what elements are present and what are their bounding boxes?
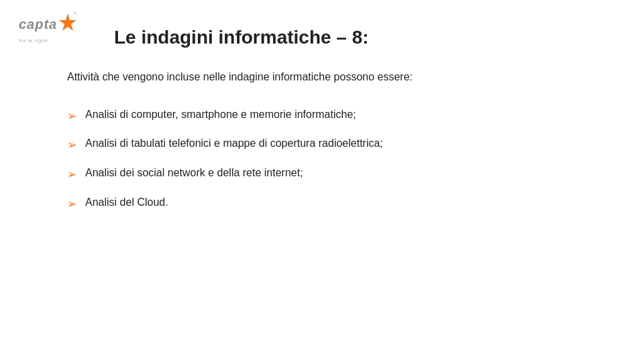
bullet-arrow-icon-4: ➢ <box>67 194 77 214</box>
bullet-text-3: Analisi dei social network e della rete … <box>85 164 604 182</box>
bullet-arrow-icon-3: ➢ <box>67 165 77 184</box>
intro-paragraph: Attività che vengono incluse nelle indag… <box>67 68 604 86</box>
bullet-text-2: Analisi di tabulati telefonici e mappe d… <box>85 135 604 152</box>
logo-text: capta <box>19 17 57 32</box>
svg-text:': ' <box>74 12 76 19</box>
list-item: ➢ Analisi di tabulati telefonici e mappe… <box>67 135 604 155</box>
bullet-text-4: Analisi del Cloud. <box>85 194 604 211</box>
list-item: ➢ Analisi del Cloud. <box>67 194 604 214</box>
page-title: Le indagini informatiche – 8: <box>114 27 604 48</box>
bullet-text-1: Analisi di computer, smartphone e memori… <box>85 106 604 123</box>
content-area: Attività che vengono incluse nelle indag… <box>67 68 604 214</box>
bullet-list: ➢ Analisi di computer, smartphone e memo… <box>67 106 604 214</box>
page-container: capta ' tra le righe Le indagini informa… <box>0 0 644 362</box>
list-item: ➢ Analisi di computer, smartphone e memo… <box>67 106 604 126</box>
list-item: ➢ Analisi dei social network e della ret… <box>67 164 604 184</box>
logo-tagline: tra le righe <box>19 38 48 44</box>
logo-inner: capta ' <box>19 12 78 36</box>
logo-block: capta ' tra le righe <box>19 12 78 44</box>
logo-star-icon: ' <box>57 12 78 36</box>
bullet-arrow-icon-1: ➢ <box>67 107 77 126</box>
bullet-arrow-icon-2: ➢ <box>67 135 77 155</box>
logo-area: capta ' tra le righe <box>19 12 78 44</box>
